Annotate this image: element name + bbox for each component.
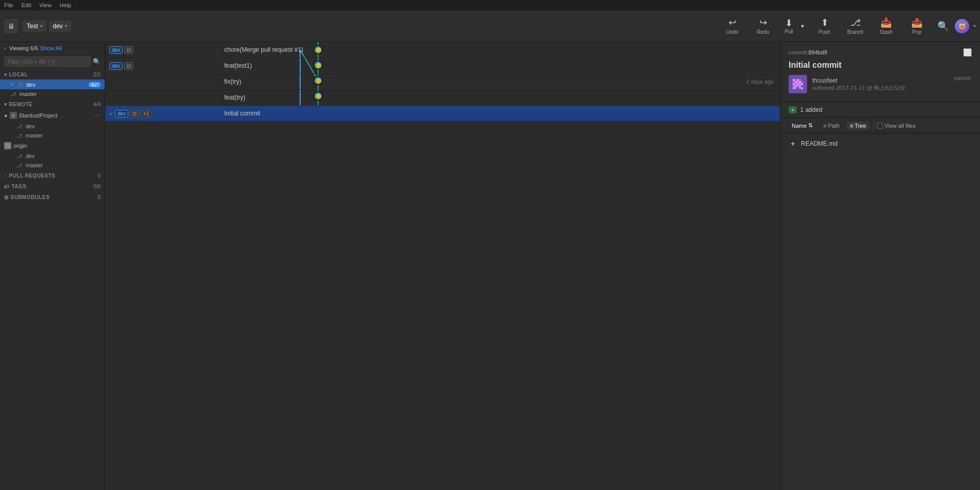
pr-count: 0 — [97, 173, 101, 179]
svg-rect-29 — [801, 83, 803, 85]
tags-section-header[interactable]: 🏷 TAGS 0/0 — [0, 181, 105, 191]
sort-name-button[interactable]: Name ⇅ — [789, 121, 816, 130]
title-bar: 🖥 Test ▾ dev ▾ ↩ Undo ↪ Redo ⬇ Pull ▾ — [0, 10, 980, 42]
graph-cell: ✓ dev ⊡ +1 — [105, 106, 218, 121]
branch-button[interactable]: ⎇ Branch — [841, 15, 870, 37]
list-item[interactable]: + README.md — [780, 138, 980, 150]
expand-icon[interactable]: ⬜ — [963, 48, 972, 56]
branch-line-icon: ⎇ — [10, 91, 16, 97]
sidebar-item-master[interactable]: ⎇ master — [0, 89, 105, 99]
pull-dropdown-arrow[interactable]: ▾ — [797, 21, 807, 32]
pull-button[interactable]: ⬇ Pull ▾ — [779, 15, 808, 36]
origin-dev-branch[interactable]: ⎇ dev — [0, 151, 105, 161]
view-all-checkbox[interactable] — [877, 123, 883, 129]
tag-icon: 🏷 — [4, 184, 10, 189]
commit-rows: dev ⊡ chore(Merge pull request #1) dev ⊡… — [105, 42, 780, 122]
svg-rect-20 — [793, 81, 795, 83]
svg-rect-24 — [801, 81, 803, 83]
branch-selector[interactable]: dev ▾ — [49, 21, 71, 32]
filter-search-icon[interactable]: 🔍 — [93, 58, 101, 65]
file-status-icon: + — [789, 140, 797, 148]
commit-row[interactable]: dev ⊡ chore(Merge pull request #1) — [105, 42, 780, 58]
branch-chevron-icon: ▾ — [65, 23, 67, 29]
repo-chevron-icon: ▾ — [40, 23, 43, 29]
stardust-dev-name: dev — [26, 123, 35, 129]
bookmark-tag: ⊡ — [130, 110, 139, 117]
menu-help[interactable]: Help — [60, 2, 71, 8]
undo-label: Undo — [726, 29, 738, 35]
pop-icon: 📤 — [911, 17, 923, 28]
pr-icon: ↕ — [4, 173, 7, 179]
sidebar-item-dev[interactable]: ✓ ⎇ dev 4↙ — [0, 80, 105, 89]
stardust-project-name: StardustProject — [19, 112, 57, 119]
local-expand-icon: ▾ — [4, 72, 7, 77]
show-all-button[interactable]: Show All — [40, 45, 62, 51]
origin-master-branch[interactable]: ⎇ master — [0, 161, 105, 170]
submodules-count: 0 — [97, 194, 101, 200]
svg-rect-34 — [793, 87, 795, 89]
author-time: authored 2017-11-11 @ 晚上8点52分 — [812, 84, 906, 92]
graph-cell — [105, 74, 218, 89]
submodule-icon: ⊞ — [4, 194, 9, 200]
submodules-section-header[interactable]: ⊞ SUBMODULES 0 — [0, 191, 105, 202]
filter-input[interactable] — [4, 56, 91, 67]
commit-row[interactable]: dev ⊡ feat(test1) — [105, 58, 780, 74]
commit-row[interactable]: feat(try) — [105, 90, 780, 106]
repo-selector[interactable]: Test ▾ — [23, 21, 47, 32]
branch-line-icon: ⎇ — [17, 82, 23, 87]
origin-group-header[interactable]: O origin — [0, 140, 105, 151]
branch-icon: ⎇ — [850, 17, 861, 28]
svg-rect-27 — [797, 83, 799, 85]
avatar[interactable]: 🐱 — [955, 19, 969, 33]
svg-rect-35 — [795, 87, 797, 89]
view-all-files-button[interactable]: View all files — [873, 122, 918, 130]
pull-requests-title: ↕ PULL REQUESTS — [4, 173, 55, 179]
stardust-group-header[interactable]: ● S StardustProject ⋯ — [0, 109, 105, 122]
menu-file[interactable]: File — [4, 2, 13, 8]
branch-icon: ⎇ — [16, 124, 23, 129]
sidebar: ‹ Viewing 6/6 Show All 🔍 ▾ LOCAL 2/2 ✓ ⎇… — [0, 42, 105, 490]
svg-rect-37 — [801, 87, 803, 89]
view-tree-button[interactable]: ≡ Tree — [847, 122, 869, 130]
menu-view[interactable]: View — [40, 2, 52, 8]
right-panel: commit: 894bd9 ⬜ Initial commit — [780, 42, 980, 490]
redo-button[interactable]: ↪ Redo — [749, 15, 777, 37]
commit-row[interactable]: fix(try) 2 days ago — [105, 74, 780, 90]
local-section-count: 2/2 — [93, 72, 101, 77]
dev-badge: 4↙ — [89, 82, 101, 87]
undo-button[interactable]: ↩ Undo — [718, 15, 747, 37]
pop-button[interactable]: 📤 Pop — [903, 15, 931, 37]
author-avatar — [789, 75, 807, 93]
stardust-icon: S — [10, 112, 17, 119]
origin-group-name: origin — [13, 143, 27, 149]
stash-button[interactable]: 📥 Stash — [872, 15, 900, 37]
stardust-master-branch[interactable]: ⎇ master — [0, 131, 105, 140]
file-name: README.md — [801, 140, 837, 147]
local-section-header[interactable]: ▾ LOCAL 2/2 — [0, 69, 105, 80]
pull-requests-section-header[interactable]: ↕ PULL REQUESTS 0 — [0, 170, 105, 181]
commit-hash-row: commit: 894bd9 ⬜ — [789, 48, 972, 56]
search-icon[interactable]: 🔍 — [935, 18, 951, 34]
commit-row[interactable]: ✓ dev ⊡ +1 Initial commit — [105, 106, 780, 122]
stardust-more-icon[interactable]: ⋯ — [93, 111, 101, 120]
pull-icon: ⬇ — [785, 17, 793, 29]
svg-rect-26 — [795, 83, 797, 85]
view-path-button[interactable]: ≡ Path — [820, 122, 842, 130]
branch-icon: ⎇ — [16, 153, 23, 159]
local-dev-branch: dev — [26, 82, 89, 88]
menu-edit[interactable]: Edit — [22, 2, 31, 8]
avatar-chevron-icon[interactable]: ▾ — [973, 23, 976, 29]
add-badge: + — [789, 106, 797, 113]
sort-name-label: Name — [792, 123, 807, 129]
graph-cell: dev ⊡ — [105, 42, 218, 57]
branch-name: dev — [53, 23, 63, 30]
stardust-dev-branch[interactable]: ⎇ dev — [0, 122, 105, 131]
commit-hash-label: commit: — [789, 49, 809, 55]
path-label: Path — [828, 123, 840, 129]
back-arrow-icon[interactable]: ‹ — [4, 45, 6, 51]
graph-cell — [105, 90, 218, 105]
push-button[interactable]: ⬆ Push — [810, 15, 839, 37]
remote-section-header[interactable]: ▾ REMOTE 4/4 — [0, 99, 105, 109]
commit-area[interactable]: 😊 😊 😊 😊 😊 dev ⊡ — [105, 42, 780, 490]
files-toolbar: Name ⇅ ≡ Path ≡ Tree View all files — [780, 118, 980, 133]
